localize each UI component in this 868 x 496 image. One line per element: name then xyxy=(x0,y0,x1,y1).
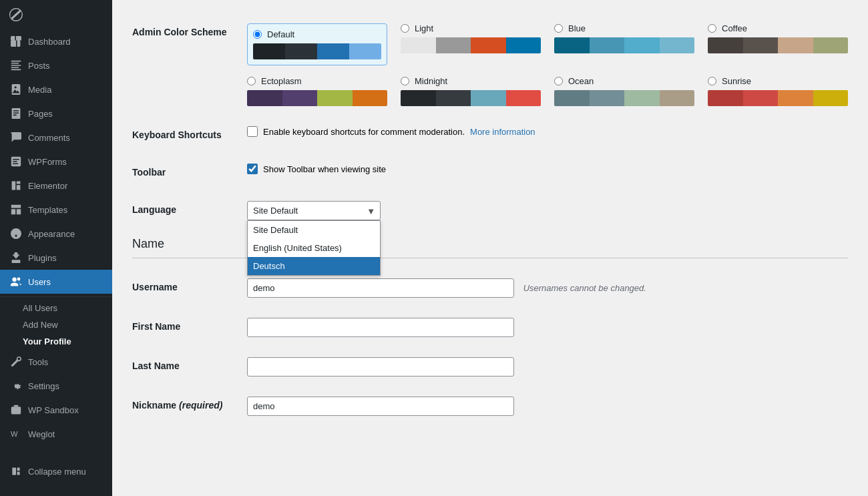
sidebar-item-label: Settings xyxy=(28,381,59,391)
sidebar-item-dashboard[interactable]: Dashboard xyxy=(0,29,112,53)
color-scheme-midnight-label[interactable]: Midnight xyxy=(401,76,541,86)
sidebar-item-appearance[interactable]: Appearance xyxy=(0,222,112,246)
first-name-label: First Name xyxy=(132,308,247,347)
dropdown-option-en-us[interactable]: English (United States) xyxy=(248,239,380,257)
color-scheme-light[interactable]: Light xyxy=(401,23,541,65)
nickname-required: (required) xyxy=(179,400,222,411)
users-icon xyxy=(9,275,23,288)
sidebar-item-wpforms[interactable]: WPForms xyxy=(0,150,112,174)
sidebar-item-settings[interactable]: Settings xyxy=(0,374,112,398)
swatch xyxy=(506,90,541,106)
username-hint: Usernames cannot be changed. xyxy=(523,283,646,293)
keyboard-shortcuts-checkbox[interactable] xyxy=(247,126,258,137)
color-scheme-midnight-radio[interactable] xyxy=(401,77,409,85)
color-scheme-ocean-radio[interactable] xyxy=(554,77,563,85)
nickname-field xyxy=(247,387,848,426)
swatch xyxy=(624,37,660,53)
color-scheme-ectoplasm-label[interactable]: Ectoplasm xyxy=(247,76,387,86)
name-section-heading: Name xyxy=(132,237,848,258)
language-dropdown: Site Default English (United States) Deu… xyxy=(247,220,381,276)
color-scheme-ocean-label[interactable]: Ocean xyxy=(554,76,694,86)
color-scheme-light-label[interactable]: Light xyxy=(401,23,541,33)
sidebar-item-posts[interactable]: Posts xyxy=(0,53,112,77)
sidebar-item-label: Plugins xyxy=(28,253,57,263)
swatch xyxy=(282,90,318,106)
sidebar-subitem-all-users[interactable]: All Users xyxy=(0,300,112,316)
color-scheme-blue-radio[interactable] xyxy=(554,24,563,33)
appearance-icon xyxy=(9,227,23,240)
posts-icon xyxy=(9,59,23,72)
sidebar-item-comments[interactable]: Comments xyxy=(0,126,112,150)
swatch xyxy=(436,37,471,53)
toolbar-checkbox[interactable] xyxy=(247,164,258,174)
username-input[interactable] xyxy=(247,278,514,298)
dropdown-option-de[interactable]: Deutsch xyxy=(248,257,380,275)
sidebar-subitem-add-new[interactable]: Add New xyxy=(0,316,112,333)
color-scheme-sunrise[interactable]: Sunrise xyxy=(708,76,848,106)
sidebar-item-weglot[interactable]: W Weglot xyxy=(0,422,112,446)
sidebar-item-label: Comments xyxy=(28,133,70,143)
swatch xyxy=(471,37,506,53)
sidebar-item-pages[interactable]: Pages xyxy=(0,101,112,126)
color-scheme-sunrise-label[interactable]: Sunrise xyxy=(708,76,848,86)
sidebar-item-templates[interactable]: Templates xyxy=(0,198,112,222)
sidebar-item-label: Templates xyxy=(28,205,67,215)
keyboard-shortcuts-row: Keyboard Shortcuts Enable keyboard short… xyxy=(132,116,848,154)
sidebar-subitem-your-profile[interactable]: Your Profile xyxy=(0,333,112,350)
color-scheme-row: Admin Color Scheme Default xyxy=(132,13,848,116)
color-scheme-ocean[interactable]: Ocean xyxy=(554,76,694,106)
color-scheme-sunrise-swatches xyxy=(708,90,848,106)
sidebar-item-media[interactable]: Media xyxy=(0,77,112,101)
last-name-input[interactable] xyxy=(247,357,514,377)
color-scheme-default-label[interactable]: Default xyxy=(253,29,381,39)
toolbar-checkbox-row: Show Toolbar when viewing site xyxy=(247,164,848,174)
collapse-label: Collapse menu xyxy=(28,467,86,477)
color-scheme-light-swatches xyxy=(401,37,541,53)
keyboard-shortcuts-checkbox-label[interactable]: Enable keyboard shortcuts for comment mo… xyxy=(263,127,465,137)
language-row: Language Site Default English (United St… xyxy=(132,191,848,230)
color-scheme-grid: Default xyxy=(247,23,848,106)
swatch xyxy=(554,37,590,53)
plugins-icon xyxy=(9,251,23,264)
color-scheme-sunrise-radio[interactable] xyxy=(708,77,716,85)
color-scheme-midnight[interactable]: Midnight xyxy=(401,76,541,106)
sidebar: Dashboard Posts Media Pages Comments WPF… xyxy=(0,0,112,496)
color-scheme-ectoplasm-radio[interactable] xyxy=(247,77,256,85)
sidebar-item-wpsandbox[interactable]: WP Sandbox xyxy=(0,398,112,422)
swatch xyxy=(317,90,353,106)
color-scheme-default-radio[interactable] xyxy=(253,30,262,39)
swatch xyxy=(353,90,388,106)
keyboard-shortcuts-more-info[interactable]: More information xyxy=(470,127,535,137)
color-scheme-default[interactable]: Default xyxy=(247,23,387,65)
dropdown-option-site-default[interactable]: Site Default xyxy=(248,221,380,239)
main-content: Admin Color Scheme Default xyxy=(112,0,868,496)
color-scheme-ectoplasm[interactable]: Ectoplasm xyxy=(247,76,387,106)
color-scheme-coffee-label[interactable]: Coffee xyxy=(708,23,848,33)
sidebar-item-elementor[interactable]: Elementor xyxy=(0,174,112,198)
color-scheme-light-radio[interactable] xyxy=(401,24,409,33)
sidebar-item-label: Appearance xyxy=(28,229,75,239)
sidebar-item-label: Pages xyxy=(28,109,53,119)
toolbar-checkbox-label[interactable]: Show Toolbar when viewing site xyxy=(263,164,386,174)
color-scheme-blue-label[interactable]: Blue xyxy=(554,23,694,33)
sidebar-item-label: WP Sandbox xyxy=(28,405,79,415)
swatch xyxy=(778,37,813,53)
sidebar-item-plugins[interactable]: Plugins xyxy=(0,246,112,270)
swatch xyxy=(624,90,660,106)
collapse-menu-button[interactable]: Collapse menu xyxy=(0,459,112,483)
swatch xyxy=(401,90,436,106)
nickname-input[interactable] xyxy=(247,397,514,416)
language-select[interactable]: Site Default English (United States) Deu… xyxy=(247,201,381,220)
color-scheme-coffee-radio[interactable] xyxy=(708,24,716,33)
sidebar-item-users[interactable]: Users xyxy=(0,270,112,294)
color-scheme-blue[interactable]: Blue xyxy=(554,23,694,65)
color-scheme-coffee[interactable]: Coffee xyxy=(708,23,848,65)
swatch xyxy=(285,43,317,59)
color-scheme-label: Admin Color Scheme xyxy=(132,13,247,116)
color-scheme-blue-swatches xyxy=(554,37,694,53)
swatch xyxy=(813,37,849,53)
color-scheme-ectoplasm-swatches xyxy=(247,90,387,106)
first-name-input[interactable] xyxy=(247,318,514,337)
swatch xyxy=(660,90,695,106)
sidebar-item-tools[interactable]: Tools xyxy=(0,350,112,374)
